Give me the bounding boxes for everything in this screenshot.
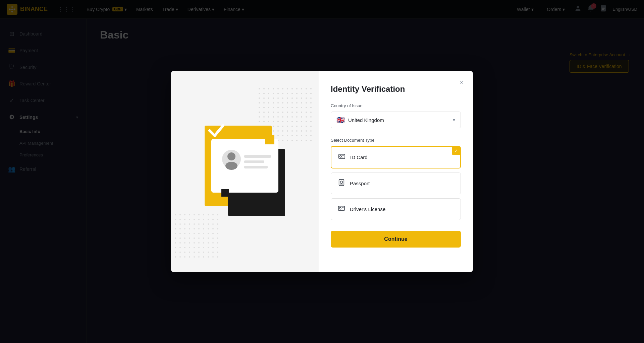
svg-rect-17 bbox=[244, 160, 264, 163]
modal-close-button[interactable]: × bbox=[457, 78, 466, 87]
passport-label: Passport bbox=[350, 181, 370, 186]
doc-option-drivers-license[interactable]: Driver's License bbox=[331, 198, 461, 220]
passport-icon bbox=[338, 179, 345, 188]
continue-button[interactable]: Continue bbox=[331, 231, 461, 248]
illustration bbox=[195, 112, 295, 231]
svg-rect-19 bbox=[265, 135, 274, 144]
svg-point-26 bbox=[340, 181, 342, 183]
identity-verification-modal: × Identity Verification Country of Issue… bbox=[171, 71, 473, 272]
country-dropdown[interactable]: 🇬🇧 United Kingdom ▾ bbox=[331, 112, 461, 128]
id-card-label: ID Card bbox=[350, 154, 368, 160]
svg-point-22 bbox=[340, 155, 342, 157]
modal-container: × Identity Verification Country of Issue… bbox=[0, 0, 644, 343]
svg-point-15 bbox=[225, 162, 237, 170]
country-label: Country of Issue bbox=[331, 103, 461, 108]
drivers-license-label: Driver's License bbox=[350, 206, 385, 212]
svg-point-29 bbox=[339, 207, 341, 209]
svg-point-14 bbox=[227, 152, 235, 160]
svg-rect-12 bbox=[211, 139, 278, 193]
svg-rect-18 bbox=[244, 166, 268, 168]
modal-right-panel: × Identity Verification Country of Issue… bbox=[319, 71, 473, 272]
doc-option-passport[interactable]: Passport bbox=[331, 173, 461, 194]
id-card-selected-check: ✓ bbox=[452, 146, 461, 155]
drivers-license-icon bbox=[338, 205, 345, 214]
id-card-icon bbox=[338, 153, 345, 162]
modal-illustration-panel bbox=[171, 71, 319, 272]
country-name: United Kingdom bbox=[348, 117, 384, 123]
modal-title: Identity Verification bbox=[331, 84, 461, 94]
dropdown-arrow-icon: ▾ bbox=[453, 117, 455, 123]
document-type-label: Select Document Type bbox=[331, 138, 461, 143]
svg-rect-20 bbox=[221, 189, 229, 197]
doc-option-id-card[interactable]: ID Card ✓ bbox=[331, 146, 461, 168]
svg-rect-16 bbox=[244, 155, 271, 158]
uk-flag-icon: 🇬🇧 bbox=[336, 116, 345, 124]
svg-rect-25 bbox=[339, 180, 344, 186]
